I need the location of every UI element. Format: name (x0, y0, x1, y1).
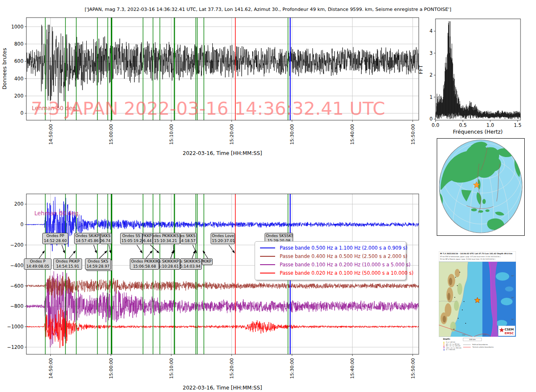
y-tick-label: 200 (14, 201, 23, 207)
lat-label: 36° (511, 318, 514, 320)
phase-name: Ondes SKIKKIKS (181, 259, 201, 264)
depth-item-label: 80 < D <= 150 km (446, 345, 461, 347)
x-tick-label: 14:50:00 (48, 358, 54, 379)
phase-time: 15:05:19.28 (121, 239, 141, 244)
y-tick-label: −800 (10, 303, 23, 309)
phase-name: Ondes SS (121, 234, 141, 239)
phase-name: Ondes SKSSKS (266, 234, 292, 239)
raw-y-axis-label: Donnees brutes (1, 48, 8, 89)
raw-x-axis-label: 2022-03-16, Time [HH:MM:SS] (183, 150, 262, 156)
x-tick-label: 15:10:00 (169, 124, 174, 144)
lat-label: 38° (511, 297, 514, 299)
legend-row: Passe bande 0.020 Hz a 0.100 Hz (50.000 … (255, 269, 406, 277)
phase-name: Ondes PKIKP (203, 259, 211, 264)
phase-time: 15:00:06.74 (101, 239, 111, 244)
x-tick-label: 14:50:00 (48, 124, 54, 144)
fft-y-tick-label: 4 (430, 28, 433, 34)
x-tick-label: 15:20:00 (229, 358, 234, 379)
phase-label-box: Ondes P14:49:08.05 (24, 258, 52, 270)
phase-name: Ondes SKS (86, 259, 110, 264)
legend-line-swatch (260, 273, 275, 273)
emsc-logo: CSEM EMSC (498, 326, 515, 336)
fft-x-axis-label: Fréquences (Hertz) (453, 129, 503, 135)
logo-emsc-text: EMSC (505, 332, 514, 335)
phase-arrow (99, 251, 107, 258)
depth-item-label: 40 < D <= 80 km (446, 343, 460, 345)
boundary-line-label: Tectonic plates boundaries (472, 346, 494, 348)
phase-label-box: Ondes Love15:20:37.01 (211, 233, 235, 244)
phase-name: Ondes SKKS (101, 234, 111, 239)
map-legend-title: Depth: (443, 338, 451, 340)
x-tick-label: 15:30:00 (289, 124, 295, 144)
map-header-line3: 51 km NE of Namie, Japan ( pop: 21,800 l… (440, 258, 495, 260)
phase-name: Ondes PKIKKIKP (131, 259, 158, 264)
y-tick-label: 0 (21, 110, 23, 116)
filtered-0.1-0.2Hz-trace (26, 271, 419, 348)
y-tick-label: −1200 (7, 344, 23, 350)
phase-label-box: Ondes SKKS15:00:06.74 (100, 233, 112, 244)
phase-label-box: Ondes SKKS15:14:18.57 (180, 233, 197, 244)
fft-x-tick-label: 1.0 (487, 122, 494, 128)
lon-label: 142° (483, 334, 487, 336)
phase-name: Ondes Love (212, 234, 234, 239)
phase-arrow (192, 251, 195, 258)
phase-time: 15:06:58.68 (131, 264, 158, 269)
legend-line-swatch (260, 248, 275, 248)
phase-label-box: Ondes SKIKKIKP15:10:28.61 (159, 258, 180, 270)
phase-name: Ondes PKiKP (54, 259, 81, 264)
phase-label-box: Ondes SKIKKIKS15:14:03.94 (180, 258, 202, 270)
y-tick-label: 600 (14, 58, 23, 64)
x-tick-label: 15:50:00 (410, 358, 416, 379)
x-tick-label: 15:10:00 (169, 358, 174, 379)
phase-name: Ondes PKIKKIKS (154, 234, 179, 239)
fft-x-tick-label: 0.0 (432, 122, 439, 128)
fft-spectrum-trace (436, 21, 520, 119)
phase-label-box: Ondes SKS14:59:28.97 (85, 258, 111, 270)
fft-x-tick-label: 1.5 (514, 122, 521, 128)
event-watermark: 7.3 JAPAN 2022-03-16 14:36:32.41 UTC (31, 98, 385, 119)
legend-label: Passe bande 0.020 Hz a 0.100 Hz (50.000 … (280, 270, 413, 276)
x-tick-label: 15:40:00 (350, 124, 355, 144)
phase-name: Ondes PP (44, 234, 67, 239)
phase-time: 14:57:45.86 (75, 239, 99, 244)
legend-line-swatch (260, 256, 275, 257)
y-tick-label: 400 (14, 76, 23, 82)
phase-label-box: Ondes PKIKKIKP15:06:58.68 (130, 258, 159, 270)
x-tick-label: 15:50:00 (410, 124, 416, 144)
legend-label: Passe bande 0.100 Hz a 0.200 Hz (10.000 … (280, 262, 410, 268)
phase-name: Ondes SKKS (181, 234, 196, 239)
fft-y-tick-label: 2 (430, 72, 433, 78)
y-tick-label: 0 (21, 222, 23, 227)
fft-x-tick-label: 0.5 (459, 122, 466, 128)
seismogram-figure: 14:50:0015:00:0015:10:0015:20:0015:30:00… (0, 0, 536, 392)
emsc-map: M 7.3 2022/03/16 - 14:36:32 UTC Lat 37.7… (439, 251, 516, 351)
phase-label-box: Ondes PKIKKIKS15:10:34.21 (153, 233, 180, 244)
logo-csem-text: CSEM (505, 328, 514, 331)
phase-arrow (69, 251, 75, 258)
phase-time: 15:20:37.01 (212, 239, 234, 244)
filtered-x-axis-label: 2022-03-16, Time [HH:MM:SS] (183, 384, 262, 391)
phase-time: 15:08:06.44 (144, 239, 152, 244)
phase-label-box: Ondes SS15:05:19.28 (120, 233, 142, 244)
filter-legend: Passe bande 0.500 Hz a 1.100 Hz (2.000 s… (255, 241, 406, 280)
depth-item-label: 150 < D <= 300 km (446, 347, 461, 349)
legend-row: Passe bande 0.500 Hz a 1.100 Hz (2.000 s… (255, 244, 406, 252)
x-tick-label: 15:00:00 (108, 124, 114, 144)
phase-label-box: Ondes PKiKP14:54:15.91 (53, 258, 82, 270)
phase-name: Ondes SKiKP (75, 234, 99, 239)
phase-name: Ondes P (25, 259, 50, 264)
phase-time: 14:54:15.91 (54, 264, 81, 269)
fft-y-tick-label: 3 (430, 50, 433, 56)
x-tick-label: 15:20:00 (229, 124, 234, 144)
boundary-line-label: Political boundaries (472, 343, 488, 346)
phase-arrow (137, 245, 142, 253)
map-body: 140°142°144°40°38°36° CSEM EMSC (439, 262, 516, 337)
emsc-map-panel: M 7.3 2022/03/16 - 14:36:32 UTC Lat 37.7… (439, 251, 516, 351)
depth-star-icon: ★ (443, 348, 445, 351)
phase-name: Ondes SKIKKIKP (160, 259, 179, 264)
legend-row: Passe bande 0.100 Hz a 0.200 Hz (10.000 … (255, 260, 406, 269)
phase-arrow (39, 251, 44, 258)
y-tick-label: 800 (14, 41, 23, 47)
globe-map-panel (437, 138, 525, 236)
legend-label: Passe bande 0.400 Hz a 0.500 Hz (2.500 s… (280, 253, 407, 259)
